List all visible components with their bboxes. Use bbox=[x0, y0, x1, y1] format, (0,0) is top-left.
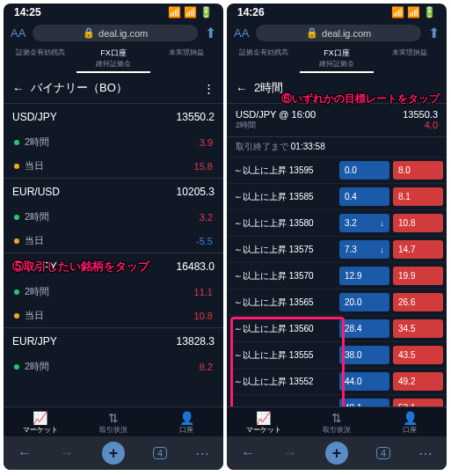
nav-icon: 👤 bbox=[150, 411, 223, 425]
expiry-row[interactable]: 2時間11.1 bbox=[4, 280, 223, 304]
status-dot-icon bbox=[14, 215, 19, 220]
browser-toolbar: AA 🔒 deal.ig.com ⬆ bbox=[4, 21, 223, 45]
status-bar: 14:26 📶 📶 🔋 bbox=[227, 4, 447, 21]
buy-price-box[interactable]: 7.3↓ bbox=[339, 240, 389, 259]
expiry-label: 2時間 bbox=[14, 210, 49, 223]
new-tab-button[interactable]: + bbox=[102, 442, 125, 465]
sell-price-box[interactable]: 26.6 bbox=[393, 293, 443, 311]
pair-row[interactable]: USD/JPY13550.2 bbox=[4, 103, 223, 130]
buy-price-box[interactable]: 48.1 bbox=[339, 399, 389, 406]
buy-price-box[interactable]: 28.4 bbox=[339, 319, 389, 338]
browser-back-icon[interactable]: ← bbox=[18, 445, 32, 461]
tab-pnl[interactable]: 未実現損益 bbox=[374, 45, 447, 73]
expiry-label: 2時間 bbox=[14, 360, 49, 373]
nav-item[interactable]: 👤口座 bbox=[374, 407, 447, 436]
expiry-value: 10.8 bbox=[194, 311, 213, 321]
sell-price-box[interactable]: 49.2 bbox=[393, 372, 443, 391]
sell-price-box[interactable]: 14.7 bbox=[393, 240, 443, 259]
sell-price-box[interactable]: 8.1 bbox=[393, 187, 443, 206]
browser-menu-icon[interactable]: ⋯ bbox=[195, 445, 209, 462]
sell-price-box[interactable]: 53.1 bbox=[393, 399, 443, 406]
back-icon[interactable]: ← bbox=[236, 82, 247, 95]
tab-balance[interactable]: 証拠金有効残高 bbox=[4, 45, 76, 73]
buy-price-box[interactable]: 0.0 bbox=[339, 161, 389, 179]
sell-price-box[interactable]: 43.5 bbox=[393, 346, 443, 364]
expiry-row[interactable]: 2時間3.9 bbox=[4, 130, 223, 154]
expiry-row[interactable]: 2時間8.2 bbox=[4, 355, 223, 378]
page-title: バイナリー（BO） bbox=[31, 80, 196, 96]
strike-label[interactable]: ～以上に上昇 13580 bbox=[230, 217, 336, 230]
new-tab-button[interactable]: + bbox=[325, 442, 348, 465]
pair-row[interactable]: EUR/USD10205.3 bbox=[4, 178, 223, 205]
tab-fx[interactable]: FX口座維持証拠金 bbox=[300, 45, 373, 73]
buy-price-box[interactable]: 20.0 bbox=[339, 293, 389, 311]
arrow-icon: ↓ bbox=[381, 219, 385, 228]
text-size-icon[interactable]: AA bbox=[234, 26, 249, 40]
tab-balance[interactable]: 証拠金有効残高 bbox=[227, 45, 300, 73]
browser-menu-icon[interactable]: ⋯ bbox=[418, 445, 433, 462]
buy-price-box[interactable]: 38.0 bbox=[339, 346, 389, 364]
buy-price-box[interactable]: 3.2↓ bbox=[339, 214, 389, 232]
sell-price-box[interactable]: 10.8 bbox=[393, 214, 443, 232]
expiry-row[interactable]: 当日10.8 bbox=[4, 304, 223, 327]
detail-symbol: USD/JPY @ 16:00 bbox=[236, 109, 316, 120]
pair-symbol: EUR/USD bbox=[12, 186, 60, 198]
expiry-value: 11.1 bbox=[194, 287, 213, 297]
expiry-value: 3.9 bbox=[200, 137, 213, 148]
nav-item[interactable]: 📈マーケット bbox=[4, 407, 76, 436]
back-icon[interactable]: ← bbox=[12, 82, 24, 95]
clock: 14:25 bbox=[14, 6, 41, 18]
strike-label[interactable]: ～以上に上昇 13570 bbox=[230, 270, 336, 282]
strike-label[interactable]: ～以上に上昇 13552 bbox=[230, 376, 336, 388]
buy-price-box[interactable]: 0.4 bbox=[339, 187, 389, 206]
battery-icon: 🔋 bbox=[423, 6, 436, 18]
pair-symbol: EUR/JPY bbox=[12, 335, 57, 348]
expiry-value: 15.8 bbox=[194, 161, 213, 172]
countdown-value: 01:33:58 bbox=[291, 142, 325, 151]
expiry-row[interactable]: 当日15.8 bbox=[4, 154, 223, 178]
tab-count[interactable]: 4 bbox=[376, 447, 390, 459]
strike-label[interactable]: ～以上に上昇 13585 bbox=[230, 191, 336, 203]
nav-item[interactable]: 👤口座 bbox=[150, 407, 223, 436]
nav-item[interactable]: ⇅取引状況 bbox=[300, 407, 373, 436]
strike-row: ～以上に上昇 13555 38.0 43.5 bbox=[227, 341, 447, 368]
address-bar[interactable]: 🔒 deal.ig.com bbox=[33, 25, 198, 41]
status-bar: 14:25 📶 📶 🔋 bbox=[4, 4, 223, 21]
strike-label[interactable]: ～以上に上昇 13565 bbox=[230, 297, 336, 309]
account-tabs: 証拠金有効残高 FX口座維持証拠金 未実現損益 bbox=[227, 45, 447, 73]
more-icon[interactable]: ⋮ bbox=[203, 82, 215, 95]
tab-count[interactable]: 4 bbox=[153, 447, 167, 459]
nav-icon: ⇅ bbox=[300, 411, 373, 425]
status-dot-icon bbox=[14, 364, 19, 370]
strike-label[interactable]: ～以上に上昇 13595 bbox=[230, 165, 336, 177]
strike-row: ～以上に上昇 13552 44.0 49.2 bbox=[227, 368, 447, 394]
tab-fx[interactable]: FX口座維持証拠金 bbox=[76, 45, 149, 73]
strike-label[interactable]: ～以上に上昇 13555 bbox=[230, 349, 336, 362]
pair-row[interactable]: EUR/JPY13828.3 bbox=[4, 327, 223, 355]
buy-price-box[interactable]: 44.0 bbox=[339, 372, 389, 391]
expiry-value: 3.2 bbox=[200, 212, 213, 223]
address-bar[interactable]: 🔒 deal.ig.com bbox=[256, 25, 421, 41]
strike-label[interactable]: ～以上に上昇 13575 bbox=[230, 244, 336, 256]
browser-forward-icon: → bbox=[283, 445, 297, 461]
browser-back-icon[interactable]: ← bbox=[241, 445, 255, 461]
tab-pnl[interactable]: 未実現損益 bbox=[150, 45, 223, 73]
sell-price-box[interactable]: 19.9 bbox=[393, 267, 443, 285]
buy-price-box[interactable]: 12.9 bbox=[339, 267, 389, 285]
url-text: deal.ig.com bbox=[98, 28, 148, 39]
market-list: USD/JPY13550.22時間3.9当日15.8EUR/USD10205.3… bbox=[4, 103, 223, 406]
sell-price-box[interactable]: 34.5 bbox=[393, 319, 443, 338]
status-dot-icon bbox=[14, 238, 19, 244]
sell-price-box[interactable]: 8.0 bbox=[393, 161, 443, 179]
nav-item[interactable]: 📈マーケット bbox=[227, 407, 300, 436]
nav-item[interactable]: ⇅取引状況 bbox=[76, 407, 149, 436]
nav-icon: ⇅ bbox=[76, 411, 149, 425]
expiry-row[interactable]: 2時間3.2 bbox=[4, 205, 223, 229]
strike-label[interactable]: ～以上に上昇 13560 bbox=[230, 323, 336, 335]
expiry-value: 8.2 bbox=[200, 362, 213, 372]
status-dot-icon bbox=[14, 140, 19, 145]
share-icon[interactable]: ⬆ bbox=[205, 25, 216, 41]
share-icon[interactable]: ⬆ bbox=[428, 25, 440, 41]
text-size-icon[interactable]: AA bbox=[11, 26, 25, 40]
expiry-row[interactable]: 当日-5.5 bbox=[4, 229, 223, 253]
